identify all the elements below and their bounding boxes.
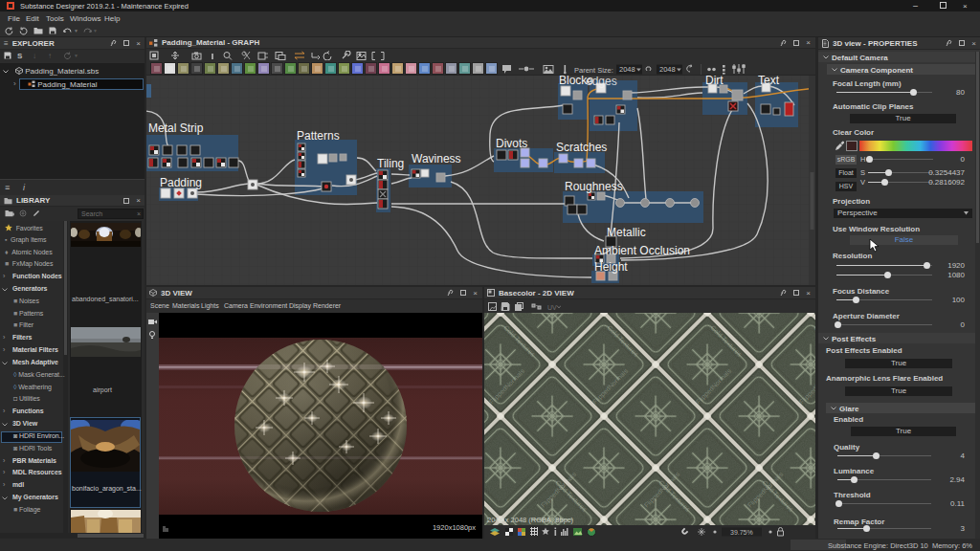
- svg-text:2048: 2048: [659, 65, 676, 74]
- svg-text:edges: edges: [586, 76, 617, 88]
- svg-text:UV: UV: [547, 304, 557, 311]
- svg-text:Ambient Occlusion: Ambient Occlusion: [594, 244, 690, 257]
- svg-text:Roughness: Roughness: [565, 180, 623, 193]
- svg-text:Metal Strip: Metal Strip: [148, 121, 204, 135]
- svg-text:Height: Height: [594, 260, 628, 274]
- svg-text:Patterns: Patterns: [297, 129, 340, 143]
- svg-text:Scratches: Scratches: [556, 141, 607, 154]
- svg-text:2048: 2048: [619, 65, 635, 74]
- svg-text:Tiling: Tiling: [377, 157, 404, 170]
- svg-text:2048 x 2048 (RGBA, 8bpc): 2048 x 2048 (RGBA, 8bpc): [487, 516, 574, 524]
- svg-text:1920x1080px: 1920x1080px: [433, 523, 476, 532]
- svg-text:Padding: Padding: [160, 176, 202, 189]
- svg-text:Parent Size:: Parent Size:: [574, 66, 613, 75]
- svg-text:39.75%: 39.75%: [730, 529, 753, 536]
- svg-text:Dirt: Dirt: [705, 76, 724, 87]
- svg-text:Divots: Divots: [496, 137, 527, 150]
- svg-text:Waviness: Waviness: [412, 152, 461, 165]
- svg-text:Text: Text: [758, 76, 780, 87]
- svg-text:Metallic: Metallic: [607, 226, 646, 239]
